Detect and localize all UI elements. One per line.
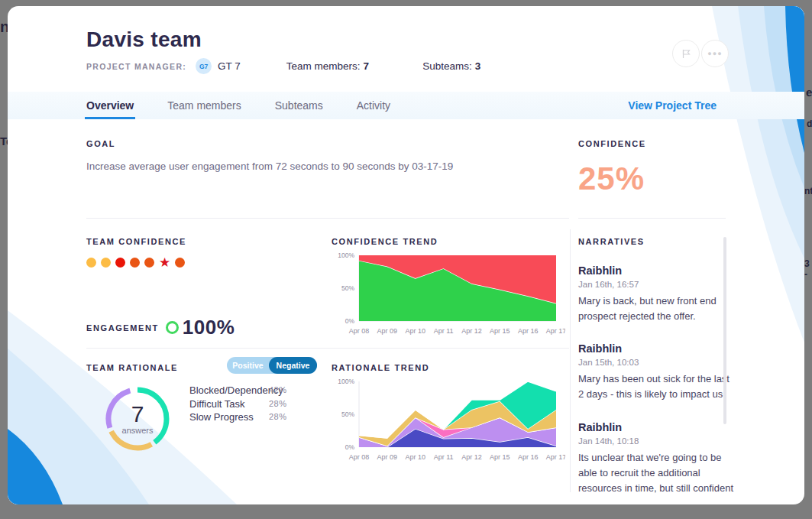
confidence-heading: CONFIDENCE xyxy=(578,139,646,148)
narratives-heading: NARRATIVES xyxy=(578,237,731,246)
svg-text:Apr 17: Apr 17 xyxy=(546,453,565,461)
goal-heading: GOAL xyxy=(86,139,569,148)
subteams-count: Subteams:3 xyxy=(422,60,480,72)
legend-percent: 28% xyxy=(269,399,287,408)
rationale-trend-heading: RATIONALE TREND xyxy=(332,363,429,372)
svg-text:100%: 100% xyxy=(338,251,354,259)
legend-percent: 42% xyxy=(269,385,287,394)
legend-row: Difficult Task28% xyxy=(189,398,296,411)
tab-overview[interactable]: Overview xyxy=(86,92,134,119)
narrative-text: Mary is back, but new front end prospect… xyxy=(578,294,735,324)
toggle-negative[interactable]: Negative xyxy=(269,357,317,374)
toggle-positive[interactable]: Positive xyxy=(227,357,269,374)
svg-text:50%: 50% xyxy=(341,410,354,418)
ellipsis-icon: ●●● xyxy=(707,50,722,57)
svg-text:50%: 50% xyxy=(341,284,354,292)
page-fragment: 3 - xyxy=(804,258,812,280)
tab-bar: OverviewTeam membersSubteamsActivity Vie… xyxy=(8,92,804,119)
project-manager-name: GT 7 xyxy=(218,60,241,72)
confidence-section: CONFIDENCE 25% xyxy=(578,139,646,197)
engagement-ring-icon xyxy=(166,321,179,334)
narrative-item: Raibhlin Jan 16th, 16:57 Mary is back, b… xyxy=(578,264,731,324)
confidence-dot-icon xyxy=(86,258,96,268)
confidence-dot-icon xyxy=(101,258,111,268)
project-manager-label: PROJECT MANAGER: xyxy=(86,62,186,71)
svg-text:Apr 09: Apr 09 xyxy=(377,453,398,461)
confidence-value: 25% xyxy=(578,161,646,197)
svg-text:Apr 09: Apr 09 xyxy=(377,327,398,335)
rationale-trend-chart: 0%50%100%Apr 08Apr 09Apr 10Apr 11Apr 12A… xyxy=(328,375,565,469)
svg-text:Apr 11: Apr 11 xyxy=(434,327,454,335)
legend-percent: 28% xyxy=(269,412,287,421)
narratives-section: NARRATIVES Raibhlin Jan 16th, 16:57 Mary… xyxy=(578,237,731,496)
narrative-timestamp: Jan 15th, 10:03 xyxy=(578,358,731,367)
divider xyxy=(86,218,569,219)
engagement-label: ENGAGEMENT xyxy=(86,323,159,332)
narratives-list: Raibhlin Jan 16th, 16:57 Mary is back, b… xyxy=(578,264,731,496)
sentiment-toggle: Positive Negative xyxy=(227,357,317,374)
svg-text:Apr 11: Apr 11 xyxy=(434,453,454,461)
view-project-tree-link[interactable]: View Project Tree xyxy=(628,92,717,119)
narrative-author: Raibhlin xyxy=(578,264,731,277)
flag-icon xyxy=(681,48,692,60)
svg-text:Apr 16: Apr 16 xyxy=(518,327,539,335)
narrative-author: Raibhlin xyxy=(578,342,731,355)
engagement-value: 100% xyxy=(183,316,235,339)
svg-text:Apr 10: Apr 10 xyxy=(405,327,425,335)
svg-text:Apr 15: Apr 15 xyxy=(490,327,510,335)
narrative-text: Its unclear that we're going to be able … xyxy=(578,450,735,496)
rationale-donut: 7answers xyxy=(101,382,174,456)
svg-text:Apr 17: Apr 17 xyxy=(546,327,565,335)
engagement-section: ENGAGEMENT 100% xyxy=(86,316,235,339)
legend-label: Difficult Task xyxy=(189,398,245,410)
narratives-scrollbar[interactable] xyxy=(723,237,726,424)
confidence-trend-chart: 0%50%100%Apr 08Apr 09Apr 10Apr 11Apr 12A… xyxy=(328,249,565,342)
team-detail-modal: Davis team PROJECT MANAGER: G7 GT 7 Team… xyxy=(8,6,804,504)
svg-text:Apr 08: Apr 08 xyxy=(349,453,370,461)
confidence-dot-icon xyxy=(175,258,185,268)
flag-button[interactable] xyxy=(672,40,700,67)
svg-text:Apr 12: Apr 12 xyxy=(461,453,482,461)
svg-text:0%: 0% xyxy=(345,317,355,325)
narrative-item: Raibhlin Jan 14th, 10:18 Its unclear tha… xyxy=(578,421,731,496)
legend-row: Blocked/Dependency42% xyxy=(189,384,296,397)
page-fragment: e xyxy=(806,86,812,99)
more-options-button[interactable]: ●●● xyxy=(701,40,729,67)
narrative-timestamp: Jan 16th, 16:57 xyxy=(578,280,731,289)
svg-text:Apr 16: Apr 16 xyxy=(518,453,539,461)
narrative-item: Raibhlin Jan 15th, 10:03 Mary has been o… xyxy=(578,342,731,402)
team-members-count: Team members:7 xyxy=(286,60,369,72)
confidence-dot-icon xyxy=(130,258,140,268)
divider xyxy=(570,229,571,492)
svg-text:Apr 15: Apr 15 xyxy=(490,453,510,461)
legend-label: Slow Progress xyxy=(189,411,254,423)
confidence-dot-icon xyxy=(115,258,125,268)
team-rationale-heading: TEAM RATIONALE xyxy=(86,363,178,372)
confidence-dot-icon xyxy=(144,258,154,268)
svg-text:100%: 100% xyxy=(338,378,354,385)
svg-text:answers: answers xyxy=(122,426,154,435)
goal-section: GOAL Increase average user engagement fr… xyxy=(86,139,569,172)
team-confidence-section: TEAM CONFIDENCE ★ xyxy=(86,237,186,269)
team-confidence-heading: TEAM CONFIDENCE xyxy=(86,237,186,246)
svg-text:Apr 10: Apr 10 xyxy=(405,453,425,461)
confidence-trend-heading: CONFIDENCE TREND xyxy=(332,237,438,246)
page-title: Davis team xyxy=(86,28,202,52)
divider xyxy=(86,348,569,349)
header-meta-row: PROJECT MANAGER: G7 GT 7 Team members:7 … xyxy=(86,58,480,74)
page-fragment: d xyxy=(807,118,812,129)
svg-text:Apr 12: Apr 12 xyxy=(461,327,482,335)
svg-text:7: 7 xyxy=(131,401,144,427)
tab-activity[interactable]: Activity xyxy=(357,92,390,119)
rationale-legend: Blocked/Dependency42%Difficult Task28%Sl… xyxy=(189,384,296,425)
tab-team-members[interactable]: Team members xyxy=(167,92,241,119)
goal-text: Increase average user engagement from 72… xyxy=(86,161,569,172)
legend-row: Slow Progress28% xyxy=(189,411,296,424)
page-fragment: nt xyxy=(804,186,812,196)
tab-subteams[interactable]: Subteams xyxy=(275,92,323,119)
narrative-author: Raibhlin xyxy=(578,421,731,433)
svg-text:0%: 0% xyxy=(345,443,355,451)
avatar[interactable]: G7 xyxy=(196,58,212,74)
divider xyxy=(578,218,726,219)
svg-text:Apr 08: Apr 08 xyxy=(349,327,370,335)
